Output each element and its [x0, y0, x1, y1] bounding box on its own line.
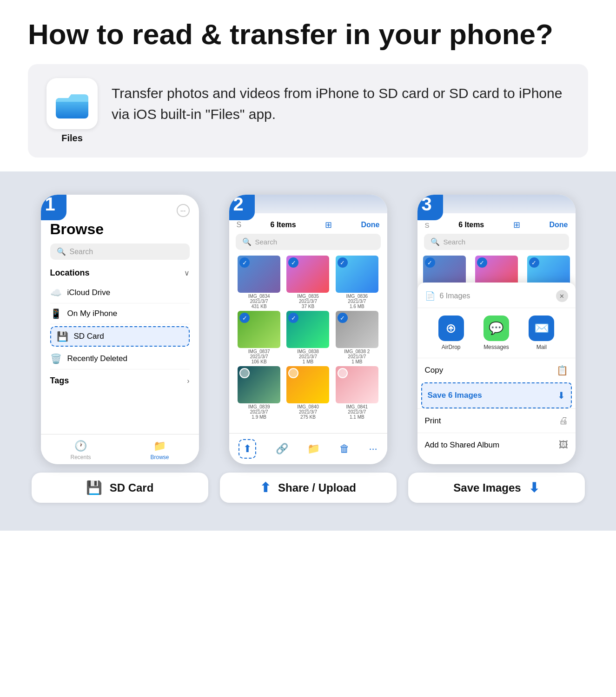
tags-chevron: ›: [187, 377, 189, 385]
location-sdcard[interactable]: 💾 SD Card: [50, 326, 190, 347]
trash-icon: 🗑️: [50, 353, 62, 364]
mail-label: Mail: [537, 344, 547, 350]
gallery-thumb-col-0: ✓ IMG_08342021/3/7431 KB: [236, 256, 283, 309]
thumb-info-0: IMG_08342021/3/7431 KB: [248, 294, 270, 309]
share-sheet-close-btn[interactable]: ✕: [556, 290, 568, 302]
gallery-thumb-1[interactable]: ✓: [286, 256, 329, 293]
share-apps-row: AirDrop 💬 Messages ✉️ Mail: [417, 308, 576, 358]
delete-icon[interactable]: 🗑: [339, 443, 350, 455]
files-app-label: Files: [61, 133, 83, 144]
more-options-icon[interactable]: ···: [177, 204, 190, 217]
recents-tab[interactable]: 🕐 Recents: [70, 440, 91, 460]
airdrop-label: AirDrop: [442, 344, 461, 350]
browse-tab-label: Browse: [150, 454, 169, 460]
gallery-grid-icon: ⊞: [325, 220, 332, 230]
recents-label: Recents: [70, 454, 91, 460]
share-app-messages[interactable]: 💬 Messages: [484, 316, 509, 350]
check-badge-2: ✓: [338, 257, 348, 268]
step-3-phone: 3 S 6 Items ⊞ Done 🔍 Search: [417, 195, 576, 464]
share-action-shared-album[interactable]: Add to Shared Album 🖼: [417, 433, 576, 457]
thumb-info-4: IMG_08382021/3/71 MB: [297, 349, 319, 364]
print-label: Print: [425, 416, 441, 426]
gallery-thumb-col-6: IMG_08392021/3/71.9 MB: [236, 366, 283, 420]
uncheck-badge-8: [338, 368, 348, 378]
tags-section: Tags ›: [50, 369, 190, 392]
step-1-bottom-label: 💾 SD Card: [32, 473, 208, 503]
check-badge-5: ✓: [338, 313, 348, 323]
gallery-thumb-7[interactable]: [286, 366, 329, 403]
gallery-thumb-col-8: IMG_08412021/3/71.1 MB: [333, 366, 380, 420]
share-action-copy[interactable]: Copy 📋: [417, 358, 576, 382]
sdcard-bottom-icon: 💾: [86, 480, 102, 495]
gallery-bottom-bar: ⬆ 🔗 📁 🗑 ···: [229, 433, 387, 464]
print-icon: 🖨: [559, 415, 568, 426]
messages-label: Messages: [484, 344, 509, 350]
gallery-done-btn[interactable]: Done: [361, 221, 379, 229]
browse-screen: ··· Browse 🔍 Search Locations ∨ ☁️ iClou…: [41, 195, 199, 464]
sdcard-label: SD Card: [74, 332, 104, 341]
folder-icon[interactable]: 📁: [307, 443, 320, 455]
uncheck-badge-7: [288, 368, 298, 378]
gallery-thumb-6[interactable]: [238, 366, 280, 403]
gallery-thumb-col-1: ✓ IMG_08352021/3/737 KB: [285, 256, 331, 309]
gallery-thumb-4[interactable]: ✓: [286, 311, 329, 348]
locations-chevron: ∨: [184, 269, 190, 277]
gallery-thumb-col-3: ✓ IMG_08372021/3/7106 KB: [236, 311, 283, 364]
share-app-airdrop[interactable]: AirDrop: [438, 316, 464, 350]
share-search-bar[interactable]: 🔍 Search: [424, 234, 569, 250]
gallery-search-bar[interactable]: 🔍 Search: [236, 234, 381, 250]
gallery-thumb-col-5: ✓ IMG_0838 22021/3/71 MB: [333, 311, 380, 364]
files-icon: [46, 78, 98, 129]
recents-icon: 🕐: [74, 440, 87, 452]
airdrop-icon: [438, 316, 464, 341]
more-icon[interactable]: ···: [369, 443, 377, 455]
intro-description: Transfer photos and videos from iPhone t…: [112, 78, 570, 125]
gallery-search-placeholder: Search: [255, 238, 278, 246]
files-svg: [53, 85, 91, 122]
location-deleted[interactable]: 🗑️ Recently Deleted: [50, 348, 190, 369]
gallery-thumb-3[interactable]: ✓: [238, 311, 280, 348]
screen-header: ···: [50, 204, 190, 217]
share-action-save[interactable]: Save 6 Images ⬇: [421, 382, 572, 408]
share-app-mail[interactable]: ✉️ Mail: [529, 316, 554, 350]
save-images-bottom-icon: ⬇: [529, 480, 539, 495]
share-icon[interactable]: ⬆: [238, 439, 256, 459]
share-done-btn[interactable]: Done: [549, 221, 568, 229]
thumb-info-5: IMG_0838 22021/3/71 MB: [344, 349, 370, 364]
copy-icon: 📋: [556, 365, 568, 376]
step-3-badge: 3: [417, 195, 443, 220]
save-images-label: Save 6 Images: [428, 391, 482, 400]
check-badge-3: ✓: [239, 313, 250, 323]
link-icon[interactable]: 🔗: [276, 443, 288, 455]
location-icloud[interactable]: ☁️ iCloud Drive: [50, 283, 190, 303]
gallery-thumb-8[interactable]: [336, 366, 378, 403]
step-3-bottom-label: Save Images ⬇: [408, 473, 585, 503]
icloud-label: iCloud Drive: [67, 288, 111, 297]
shared-album-label: Add to Shared Album: [425, 441, 500, 450]
browse-title: Browse: [50, 221, 190, 238]
location-iphone[interactable]: 📱 On My iPhone: [50, 303, 190, 324]
thumb-info-8: IMG_08412021/3/71.1 MB: [346, 404, 368, 420]
gallery-thumb-col-4: ✓ IMG_08382021/3/71 MB: [285, 311, 331, 364]
step-1-col: 1 ··· Browse 🔍 Search Locations ∨: [32, 195, 208, 503]
browse-search-bar[interactable]: 🔍 Search: [50, 243, 190, 260]
share-check-0: ✓: [425, 257, 435, 268]
share-search-placeholder: Search: [444, 238, 466, 246]
step-2-col: 2 S 6 Items ⊞ Done 🔍 Search: [220, 195, 397, 503]
uncheck-badge-6: [239, 368, 250, 378]
save-icon: ⬇: [557, 390, 565, 401]
share-sheet-icon-area: 📄 6 Images: [425, 291, 470, 301]
copy-label: Copy: [425, 366, 444, 375]
gallery-screen: S 6 Items ⊞ Done 🔍 Search ✓: [229, 195, 387, 464]
gallery-search-icon: 🔍: [242, 237, 252, 246]
gallery-thumb-5[interactable]: ✓: [336, 311, 378, 348]
gallery-thumb-2[interactable]: ✓: [336, 256, 378, 293]
gallery-thumb-0[interactable]: ✓: [238, 256, 280, 293]
share-bottom-icon: ⬆: [260, 480, 271, 495]
browse-tab-icon: 📁: [153, 440, 166, 452]
shared-album-icon: 🖼: [559, 440, 568, 450]
search-icon: 🔍: [57, 247, 66, 256]
browse-tab[interactable]: 📁 Browse: [150, 440, 169, 460]
share-action-print[interactable]: Print 🖨: [417, 408, 576, 433]
step-2-label-text: Share / Upload: [278, 481, 356, 494]
